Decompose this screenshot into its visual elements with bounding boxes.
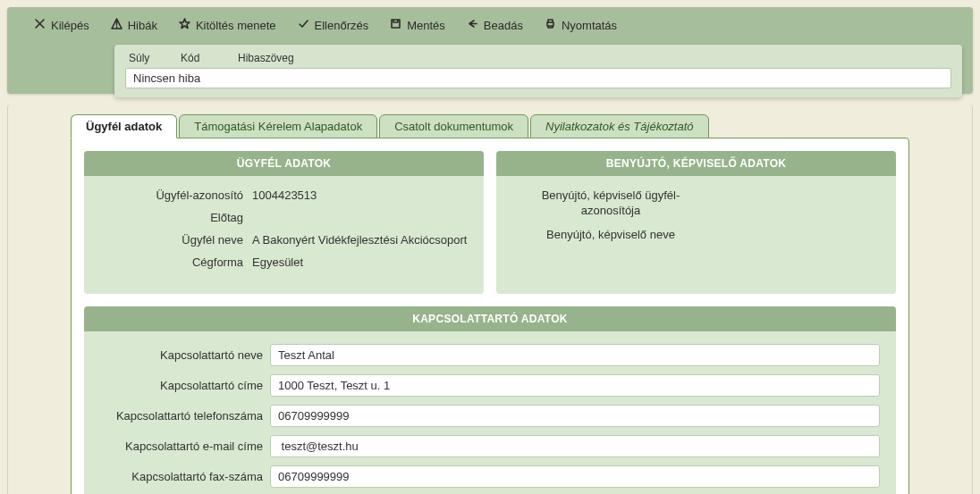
contact-name-input[interactable] xyxy=(270,344,880,366)
client-id-label: Ügyfél-azonosító xyxy=(100,188,252,202)
exit-label: Kilépés xyxy=(51,19,89,32)
contact-fax-input[interactable] xyxy=(270,465,880,488)
print-button[interactable]: Nyomtatás xyxy=(545,18,617,32)
contact-email-label: Kapcsolattartó e-mail címe xyxy=(100,440,270,453)
contact-addr-label: Kapcsolattartó címe xyxy=(100,379,270,392)
print-icon xyxy=(545,18,556,32)
submitter-name-row: Benyújtó, képviselő neve xyxy=(512,228,880,243)
client-id-row: Ügyfél-azonosító 1004423513 xyxy=(100,188,468,202)
tab-body: ÜGYFÉL ADATOK Ügyfél-azonosító 100442351… xyxy=(71,138,909,494)
submit-button[interactable]: Beadás xyxy=(467,18,523,32)
contact-phone-label: Kapcsolattartó telefonszáma xyxy=(100,409,270,423)
exit-icon xyxy=(34,18,46,32)
check-button[interactable]: Ellenőrzés xyxy=(298,18,369,32)
steps-button[interactable]: Kitöltés menete xyxy=(179,18,276,32)
col-code: Kód xyxy=(181,52,220,64)
client-prefix-row: Előtag xyxy=(100,211,468,224)
client-card-title: ÜGYFÉL ADATOK xyxy=(84,151,484,176)
contact-fax-label: Kapcsolattartó fax-száma xyxy=(100,470,270,483)
exit-button[interactable]: Kilépés xyxy=(34,18,89,32)
contact-email-row: Kapcsolattartó e-mail címe xyxy=(100,435,880,457)
error-panel-header: Súly Kód Hibaszöveg xyxy=(125,52,951,68)
errors-icon xyxy=(111,18,122,32)
contact-name-label: Kapcsolattartó neve xyxy=(100,348,270,362)
tab-strip: Ügyfél adatokTámogatási Kérelem Alapadat… xyxy=(71,113,909,138)
submitter-id-label: Benyújtó, képviselő ügyfél-azonosítója xyxy=(512,188,709,219)
submitter-card-title: BENYÚJTÓ, KÉPVISELŐ ADATOK xyxy=(496,151,896,176)
errors-label: Hibák xyxy=(128,19,157,32)
contact-name-row: Kapcsolattartó neve xyxy=(100,344,880,366)
error-panel: Súly Kód Hibaszöveg Nincsen hiba xyxy=(114,45,962,97)
contact-card-title: KAPCSOLATTARTÓ ADATOK xyxy=(84,306,896,331)
tab-1[interactable]: Támogatási Kérelem Alapadatok xyxy=(179,114,377,138)
steps-label: Kitöltés menete xyxy=(196,19,276,32)
contact-addr-row: Kapcsolattartó címe xyxy=(100,374,880,397)
submit-label: Beadás xyxy=(484,19,523,32)
client-id-value: 1004423513 xyxy=(252,188,468,202)
contact-fax-row: Kapcsolattartó fax-száma xyxy=(100,465,880,488)
submitter-card: BENYÚJTÓ, KÉPVISELŐ ADATOK Benyújtó, kép… xyxy=(496,151,896,294)
contact-email-input[interactable] xyxy=(270,435,880,457)
contact-card: KAPCSOLATTARTÓ ADATOK Kapcsolattartó nev… xyxy=(84,306,896,494)
save-label: Mentés xyxy=(407,19,445,32)
top-toolbar-wrap: KilépésHibákKitöltés meneteEllenőrzésMen… xyxy=(7,7,973,94)
submitter-name-label: Benyújtó, képviselő neve xyxy=(512,228,709,243)
print-label: Nyomtatás xyxy=(562,19,617,32)
steps-icon xyxy=(179,18,190,32)
errors-button[interactable]: Hibák xyxy=(111,18,157,32)
submitter-id-row: Benyújtó, képviselő ügyfél-azonosítója xyxy=(512,188,880,219)
tab-3[interactable]: Nyilatkozatok és Tájékoztató xyxy=(530,114,708,138)
client-name-label: Ügyfél neve xyxy=(100,233,252,247)
client-name-value: A Bakonyért Vidékfejlesztési Akciócsopor… xyxy=(252,233,468,247)
top-toolbar: KilépésHibákKitöltés meneteEllenőrzésMen… xyxy=(18,14,962,41)
col-weight: Súly xyxy=(129,52,163,64)
check-label: Ellenőrzés xyxy=(315,19,369,32)
save-icon xyxy=(390,18,401,32)
client-prefix-label: Előtag xyxy=(100,211,252,224)
check-icon xyxy=(298,18,309,32)
client-name-row: Ügyfél neve A Bakonyért Vidékfejlesztési… xyxy=(100,233,468,247)
contact-phone-row: Kapcsolattartó telefonszáma xyxy=(100,405,880,427)
save-button[interactable]: Mentés xyxy=(390,18,445,32)
client-form-row: Cégforma Egyesület xyxy=(100,255,468,269)
client-form-label: Cégforma xyxy=(100,255,252,269)
col-msg: Hibaszöveg xyxy=(238,52,294,64)
contact-addr-input[interactable] xyxy=(270,374,880,397)
error-row: Nincsen hiba xyxy=(125,68,951,88)
tab-0[interactable]: Ügyfél adatok xyxy=(71,114,177,138)
contact-phone-input[interactable] xyxy=(270,405,880,427)
tab-2[interactable]: Csatolt dokumentumok xyxy=(379,114,528,138)
client-form-value: Egyesület xyxy=(252,255,468,269)
main-panel: Ügyfél adatokTámogatási Kérelem Alapadat… xyxy=(7,105,973,494)
submit-icon xyxy=(467,18,478,32)
client-data-card: ÜGYFÉL ADATOK Ügyfél-azonosító 100442351… xyxy=(84,151,484,294)
